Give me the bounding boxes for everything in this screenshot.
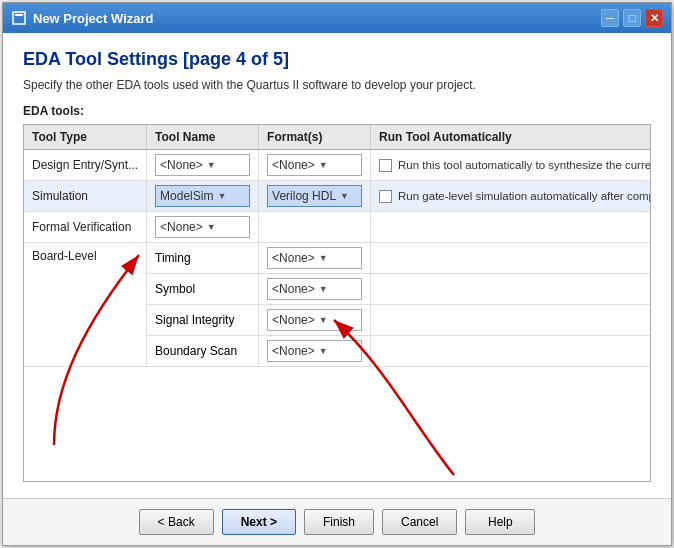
- signal-integrity-format-select[interactable]: <None> ▼: [267, 309, 362, 331]
- maximize-button[interactable]: □: [623, 9, 641, 27]
- col-run-auto: Run Tool Automatically: [371, 125, 651, 150]
- chevron-down-icon: ▼: [319, 315, 357, 325]
- tool-name-symbol: Symbol: [147, 274, 259, 305]
- svg-rect-1: [15, 14, 23, 16]
- title-bar: New Project Wizard ─ □ ✕: [3, 3, 671, 33]
- simulation-format-select[interactable]: Verilog HDL ▼: [267, 185, 362, 207]
- tool-name-design: <None> ▼: [147, 150, 259, 181]
- tool-name-timing: Timing: [147, 243, 259, 274]
- design-name-select[interactable]: <None> ▼: [155, 154, 250, 176]
- content-area: EDA Tool Settings [page 4 of 5] Specify …: [3, 33, 671, 498]
- simulation-name-select[interactable]: ModelSim ▼: [155, 185, 250, 207]
- tool-name-simulation: ModelSim ▼: [147, 181, 259, 212]
- format-simulation: Verilog HDL ▼: [259, 181, 371, 212]
- cancel-button[interactable]: Cancel: [382, 509, 457, 535]
- chevron-down-icon: ▼: [319, 346, 357, 356]
- format-design: <None> ▼: [259, 150, 371, 181]
- format-timing: <None> ▼: [259, 243, 371, 274]
- close-button[interactable]: ✕: [645, 9, 663, 27]
- eda-tools-table-container: Tool Type Tool Name Format(s) Run Tool A…: [23, 124, 651, 482]
- chevron-down-icon: ▼: [319, 160, 357, 170]
- chevron-down-icon: ▼: [217, 191, 245, 201]
- chevron-down-icon: ▼: [319, 253, 357, 263]
- back-button[interactable]: < Back: [139, 509, 214, 535]
- title-bar-text: New Project Wizard: [33, 11, 601, 26]
- run-auto-simulation: Run gate-level simulation automatically …: [371, 181, 651, 212]
- format-formal: [259, 212, 371, 243]
- col-format: Format(s): [259, 125, 371, 150]
- run-auto-timing: [371, 243, 651, 274]
- tool-name-boundary-scan: Boundary Scan: [147, 336, 259, 367]
- symbol-format-select[interactable]: <None> ▼: [267, 278, 362, 300]
- run-auto-symbol: [371, 274, 651, 305]
- table-row: Design Entry/Synt... <None> ▼ <None> ▼: [24, 150, 651, 181]
- run-auto-boundary-scan: [371, 336, 651, 367]
- formal-name-select[interactable]: <None> ▼: [155, 216, 250, 238]
- boundary-scan-format-select[interactable]: <None> ▼: [267, 340, 362, 362]
- minimize-button[interactable]: ─: [601, 9, 619, 27]
- tool-name-signal-integrity: Signal Integrity: [147, 305, 259, 336]
- footer: < Back Next > Finish Cancel Help: [3, 498, 671, 545]
- svg-rect-0: [13, 12, 25, 24]
- design-run-checkbox[interactable]: [379, 159, 392, 172]
- finish-button[interactable]: Finish: [304, 509, 374, 535]
- format-boundary-scan: <None> ▼: [259, 336, 371, 367]
- col-tool-type: Tool Type: [24, 125, 147, 150]
- next-button[interactable]: Next >: [222, 509, 296, 535]
- simulation-run-checkbox[interactable]: [379, 190, 392, 203]
- design-format-select[interactable]: <None> ▼: [267, 154, 362, 176]
- page-description: Specify the other EDA tools used with th…: [23, 78, 651, 92]
- run-auto-signal-integrity: [371, 305, 651, 336]
- table-row: Simulation ModelSim ▼ Verilog HDL ▼: [24, 181, 651, 212]
- section-label: EDA tools:: [23, 104, 651, 118]
- table-row: Board-Level Timing <None> ▼: [24, 243, 651, 274]
- chevron-down-icon: ▼: [319, 284, 357, 294]
- window-icon: [11, 10, 27, 26]
- tool-type-formal: Formal Verification: [24, 212, 147, 243]
- help-button[interactable]: Help: [465, 509, 535, 535]
- tool-type-board: Board-Level: [24, 243, 147, 367]
- chevron-down-icon: ▼: [340, 191, 357, 201]
- chevron-down-icon: ▼: [207, 160, 245, 170]
- main-window: New Project Wizard ─ □ ✕ EDA Tool Settin…: [2, 2, 672, 546]
- tool-type-simulation: Simulation: [24, 181, 147, 212]
- tool-name-formal: <None> ▼: [147, 212, 259, 243]
- chevron-down-icon: ▼: [207, 222, 245, 232]
- format-signal-integrity: <None> ▼: [259, 305, 371, 336]
- title-bar-controls: ─ □ ✕: [601, 9, 663, 27]
- timing-format-select[interactable]: <None> ▼: [267, 247, 362, 269]
- run-auto-formal: [371, 212, 651, 243]
- col-tool-name: Tool Name: [147, 125, 259, 150]
- page-title: EDA Tool Settings [page 4 of 5]: [23, 49, 651, 70]
- table-row: Formal Verification <None> ▼: [24, 212, 651, 243]
- format-symbol: <None> ▼: [259, 274, 371, 305]
- eda-tools-table: Tool Type Tool Name Format(s) Run Tool A…: [24, 125, 651, 367]
- tool-type-design: Design Entry/Synt...: [24, 150, 147, 181]
- run-auto-design: Run this tool automatically to synthesiz…: [371, 150, 651, 181]
